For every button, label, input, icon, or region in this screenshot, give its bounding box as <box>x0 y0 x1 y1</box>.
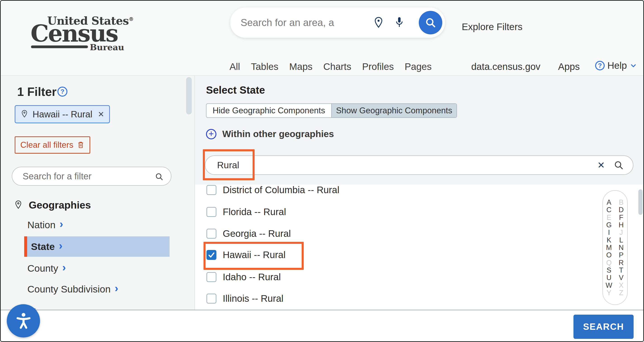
alphabet-letter-N[interactable]: N <box>619 244 624 251</box>
state-selection-panel: Select State Hide Geographic Components … <box>195 76 643 341</box>
accessibility-button[interactable] <box>7 304 40 338</box>
alphabet-letter-Z: Z <box>619 289 624 296</box>
tab-profiles[interactable]: Profiles <box>362 61 394 72</box>
sidebar-item-state[interactable]: State › <box>24 236 170 257</box>
sidebar-scrollbar-thumb[interactable] <box>186 77 192 114</box>
filter-search-input[interactable] <box>22 167 144 185</box>
location-pin-icon <box>14 200 23 210</box>
hide-geographic-components-button[interactable]: Hide Geographic Components <box>206 104 331 118</box>
logo-census: Census <box>30 22 118 45</box>
tab-charts[interactable]: Charts <box>323 61 352 72</box>
tab-all[interactable]: All <box>230 61 240 72</box>
show-geographic-components-button[interactable]: Show Geographic Components <box>331 104 456 118</box>
alphabet-letter-V[interactable]: V <box>619 274 624 281</box>
checkbox[interactable] <box>206 207 216 217</box>
logo-underline <box>31 46 88 48</box>
checkbox[interactable] <box>206 294 216 304</box>
search-button[interactable]: SEARCH <box>574 315 634 339</box>
alphabet-letter-C[interactable]: C <box>606 206 612 213</box>
filters-sidebar: 1 Filter ? Hawaii -- Rural ✕ Clear all f… <box>1 76 195 341</box>
filter-count-title: 1 Filter <box>17 85 56 98</box>
select-state-title: Select State <box>206 84 265 96</box>
option-row-district-of-columbia[interactable]: District of Columbia -- Rural <box>206 184 340 196</box>
header: United States® Census Bureau Explore Fil… <box>1 1 643 76</box>
location-pin-icon <box>20 109 28 119</box>
option-label: Georgia -- Rural <box>223 228 291 239</box>
alphabet-letter-M[interactable]: M <box>606 244 612 251</box>
alphabet-letter-F[interactable]: F <box>619 214 624 221</box>
option-row-illinois[interactable]: Illinois -- Rural <box>206 293 283 304</box>
alphabet-letter-T[interactable]: T <box>619 267 624 274</box>
alphabet-letter-H[interactable]: H <box>619 222 624 228</box>
sidebar-item-label: County <box>24 263 58 274</box>
alphabet-letter-G[interactable]: G <box>606 222 612 228</box>
checkbox-checked[interactable] <box>206 250 216 260</box>
tab-pages[interactable]: Pages <box>405 61 432 72</box>
data-census-gov-link[interactable]: data.census.gov <box>471 61 540 72</box>
microphone-icon[interactable] <box>394 16 405 31</box>
within-other-geographies-control[interactable]: + Within other geographies <box>206 129 334 139</box>
list-scrollbar-thumb[interactable] <box>638 189 643 215</box>
active-filter-chip[interactable]: Hawaii -- Rural ✕ <box>15 105 110 123</box>
option-row-hawaii[interactable]: Hawaii -- Rural <box>206 250 286 260</box>
alphabet-letter-K[interactable]: K <box>607 236 612 244</box>
chevron-right-icon: › <box>60 218 63 231</box>
plus-circle-icon: + <box>206 129 216 139</box>
alphabet-letter-R[interactable]: R <box>619 259 624 266</box>
registered-mark: ® <box>129 16 134 22</box>
help-menu[interactable]: ? Help <box>595 60 637 71</box>
sidebar-item-county-subdivision[interactable]: County Subdivision › <box>24 279 118 299</box>
main-search-bar <box>230 8 445 38</box>
alphabet-letter-Y: Y <box>607 289 612 296</box>
chip-label: Hawaii -- Rural <box>32 109 92 120</box>
chevron-right-icon: › <box>115 283 118 296</box>
alphabet-letter-I[interactable]: I <box>608 229 610 236</box>
alphabet-letter-D[interactable]: D <box>619 206 624 213</box>
checkbox[interactable] <box>206 229 216 239</box>
filters-help-icon[interactable]: ? <box>58 87 68 96</box>
checkbox[interactable] <box>206 185 216 195</box>
clear-all-filters-label: Clear all filters <box>20 140 73 150</box>
component-search-input[interactable] <box>217 156 556 174</box>
alphabet-letter-Q: Q <box>606 259 612 266</box>
option-row-idaho[interactable]: Idaho -- Rural <box>206 272 281 282</box>
alphabet-letter-A[interactable]: A <box>607 199 612 206</box>
explore-filters-link[interactable]: Explore Filters <box>462 22 522 32</box>
trash-icon <box>77 141 84 149</box>
location-pin-icon[interactable] <box>373 16 384 30</box>
main-search-input[interactable] <box>240 8 371 38</box>
clear-search-icon[interactable]: ✕ <box>597 160 605 170</box>
logo-bureau: Bureau <box>90 42 124 52</box>
chevron-right-icon: › <box>59 240 62 253</box>
clear-all-filters-button[interactable]: Clear all filters <box>15 136 90 154</box>
alphabet-letter-L[interactable]: L <box>619 236 623 244</box>
sidebar-item-county[interactable]: County › <box>24 258 66 278</box>
alphabet-column-1: ACEGIKMOQSUWY <box>603 199 615 296</box>
sidebar-item-nation[interactable]: Nation › <box>24 215 63 235</box>
search-icon[interactable] <box>155 172 164 182</box>
alphabet-letter-B: B <box>619 199 624 206</box>
apps-link[interactable]: Apps <box>558 61 580 72</box>
checkbox[interactable] <box>206 272 216 282</box>
alphabet-letter-S[interactable]: S <box>607 267 612 274</box>
alphabet-letter-P[interactable]: P <box>619 252 624 258</box>
search-submit-button[interactable] <box>419 11 442 34</box>
option-label: Idaho -- Rural <box>223 272 281 282</box>
alphabet-letter-O[interactable]: O <box>606 252 612 258</box>
option-row-georgia[interactable]: Georgia -- Rural <box>206 228 291 239</box>
alphabet-letter-U[interactable]: U <box>606 274 612 281</box>
alphabet-index: ACEGIKMOQSUWY BDFHJLNPRTVXZ <box>602 190 628 305</box>
alphabet-letter-W[interactable]: W <box>606 282 612 289</box>
census-filter-page: United States® Census Bureau Explore Fil… <box>0 0 644 342</box>
tab-tables[interactable]: Tables <box>251 61 278 72</box>
geographies-title: Geographies <box>29 199 91 211</box>
option-label: Illinois -- Rural <box>223 293 283 304</box>
within-other-geographies-label: Within other geographies <box>222 129 334 139</box>
census-bureau-logo[interactable]: United States® Census Bureau <box>30 12 121 53</box>
chip-remove-icon[interactable]: ✕ <box>98 110 104 119</box>
search-icon[interactable] <box>614 160 624 171</box>
geographies-section-header[interactable]: Geographies <box>14 199 91 211</box>
option-row-florida[interactable]: Florida -- Rural <box>206 206 286 217</box>
help-label: Help <box>607 60 627 71</box>
tab-maps[interactable]: Maps <box>289 61 312 72</box>
